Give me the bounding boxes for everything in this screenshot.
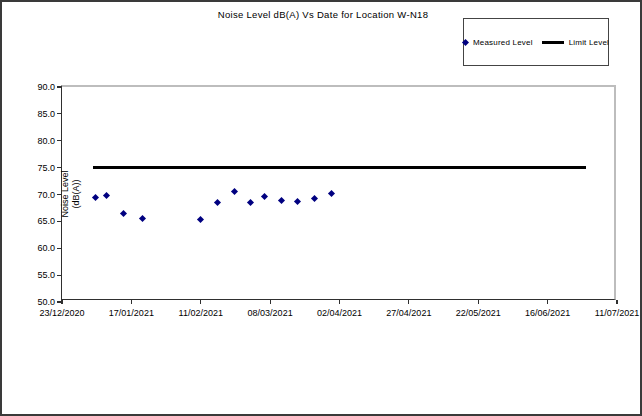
x-axis-tick-label: 17/01/2021 bbox=[100, 308, 162, 318]
legend-item-measured: Measured Level bbox=[463, 38, 533, 47]
y-axis-tick-label: 80.0 bbox=[21, 136, 55, 146]
y-axis-tick bbox=[57, 275, 62, 276]
x-axis-tick bbox=[270, 300, 271, 304]
y-axis-tick-label: 70.0 bbox=[21, 190, 55, 200]
y-axis-tick bbox=[57, 113, 62, 114]
x-axis-tick bbox=[339, 300, 340, 304]
y-axis-tick bbox=[57, 194, 62, 195]
y-axis-title: Noise Level (dB(A)) bbox=[60, 139, 82, 249]
y-axis-tick-label: 75.0 bbox=[21, 163, 55, 173]
x-axis-tick-label: 16/06/2021 bbox=[517, 308, 579, 318]
measured-data-point bbox=[278, 197, 285, 204]
legend-limit-label: Limit Level bbox=[569, 38, 609, 47]
measured-data-point bbox=[214, 199, 221, 206]
legend: Measured Level Limit Level bbox=[463, 18, 609, 66]
x-axis-tick-label: 02/04/2021 bbox=[309, 308, 371, 318]
y-axis-title-line2: (dB(A)) bbox=[71, 139, 82, 249]
y-axis-tick bbox=[57, 140, 62, 141]
legend-measured-label: Measured Level bbox=[473, 38, 533, 47]
y-axis-tick-label: 50.0 bbox=[21, 297, 55, 307]
measured-data-point bbox=[311, 195, 318, 202]
y-axis-tick-label: 65.0 bbox=[21, 216, 55, 226]
measured-data-point bbox=[120, 210, 127, 217]
limit-line bbox=[93, 166, 587, 169]
x-axis-tick-label: 11/02/2021 bbox=[170, 308, 232, 318]
measured-data-point bbox=[328, 190, 335, 197]
x-axis-tick bbox=[547, 300, 548, 304]
legend-item-limit: Limit Level bbox=[542, 38, 609, 47]
x-axis-tick bbox=[478, 300, 479, 304]
x-axis-tick bbox=[200, 300, 201, 304]
limit-line-icon bbox=[542, 41, 564, 44]
measured-data-point bbox=[247, 199, 254, 206]
x-axis-tick-label: 08/03/2021 bbox=[239, 308, 301, 318]
x-axis-tick-label: 23/12/2020 bbox=[31, 308, 93, 318]
y-axis-tick bbox=[57, 167, 62, 168]
y-axis-tick bbox=[57, 248, 62, 249]
measured-marker-icon bbox=[462, 38, 469, 45]
measured-data-point bbox=[197, 216, 204, 223]
x-axis-tick bbox=[131, 300, 132, 304]
y-axis-tick bbox=[57, 86, 62, 87]
measured-data-point bbox=[294, 198, 301, 205]
y-axis-tick-label: 85.0 bbox=[21, 109, 55, 119]
y-axis-tick bbox=[57, 221, 62, 222]
x-axis-tick-label: 22/05/2021 bbox=[447, 308, 509, 318]
measured-data-point bbox=[103, 191, 110, 198]
measured-data-point bbox=[92, 194, 99, 201]
chart-canvas: Noise Level dB(A) Vs Date for Location W… bbox=[0, 0, 642, 416]
y-axis-tick-label: 55.0 bbox=[21, 270, 55, 280]
plot-area: Noise Level (dB(A)) 90.085.080.075.070.0… bbox=[61, 85, 616, 300]
measured-data-point bbox=[261, 193, 268, 200]
y-axis-tick-label: 90.0 bbox=[21, 82, 55, 92]
x-axis-tick-label: 27/04/2021 bbox=[378, 308, 440, 318]
measured-data-point bbox=[231, 188, 238, 195]
x-axis-tick bbox=[408, 300, 409, 304]
x-axis-tick-label: 11/07/2021 bbox=[586, 308, 642, 318]
measured-data-point bbox=[139, 215, 146, 222]
x-axis-tick bbox=[61, 300, 62, 304]
y-axis-tick-label: 60.0 bbox=[21, 243, 55, 253]
x-axis-tick bbox=[616, 300, 617, 304]
